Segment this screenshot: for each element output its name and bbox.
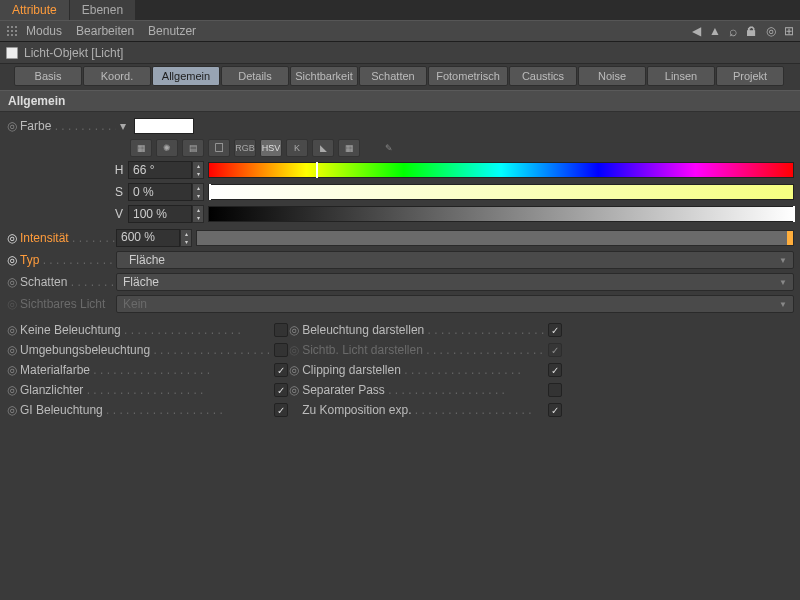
tab-attribute[interactable]: Attribute bbox=[0, 0, 70, 20]
picker-pencil-icon[interactable]: ✎ bbox=[378, 139, 400, 157]
val-input[interactable]: 100 % bbox=[128, 205, 192, 223]
right-checkbox-1: ✓ bbox=[548, 343, 562, 357]
label-type: Typ bbox=[20, 253, 116, 267]
left-checkbox-3[interactable]: ✓ bbox=[274, 383, 288, 397]
anim-dot[interactable]: ◎ bbox=[6, 383, 18, 397]
tab-noise[interactable]: Noise bbox=[578, 66, 646, 86]
left-label-3: Glanzlichter bbox=[20, 383, 270, 397]
tab-basis[interactable]: Basis bbox=[14, 66, 82, 86]
object-header: Licht-Objekt [Licht] bbox=[0, 42, 800, 64]
menu-edit[interactable]: Bearbeiten bbox=[76, 24, 134, 38]
sat-slider[interactable] bbox=[208, 184, 794, 200]
right-checkbox-2[interactable]: ✓ bbox=[548, 363, 562, 377]
tab-caustics[interactable]: Caustics bbox=[509, 66, 577, 86]
left-label-0: Keine Beleuchtung bbox=[20, 323, 270, 337]
picker-eyedrop-icon[interactable]: ◣ bbox=[312, 139, 334, 157]
right-checkbox-3[interactable] bbox=[548, 383, 562, 397]
color-swatch[interactable] bbox=[134, 118, 194, 134]
anim-dot[interactable]: ◎ bbox=[288, 323, 300, 337]
anim-dot[interactable]: ◎ bbox=[6, 323, 18, 337]
anim-dot-shadow[interactable]: ◎ bbox=[6, 275, 18, 289]
tab-schatten[interactable]: Schatten bbox=[359, 66, 427, 86]
label-intensity: Intensität bbox=[20, 231, 116, 245]
hue-input[interactable]: 66 ° bbox=[128, 161, 192, 179]
left-checkbox-1[interactable] bbox=[274, 343, 288, 357]
intensity-input[interactable]: 600 % bbox=[116, 229, 180, 247]
anim-dot-intensity[interactable]: ◎ bbox=[6, 231, 18, 245]
picker-image-icon[interactable]: 🞎 bbox=[208, 139, 230, 157]
tab-allgemein[interactable]: Allgemein bbox=[152, 66, 220, 86]
new-icon[interactable]: ⊞ bbox=[784, 24, 794, 38]
vislight-dropdown: Kein▼ bbox=[116, 295, 794, 313]
picker-kelvin-button[interactable]: K bbox=[286, 139, 308, 157]
intensity-slider[interactable] bbox=[196, 230, 794, 246]
gear-icon[interactable]: ◎ bbox=[766, 24, 776, 38]
type-dropdown[interactable]: Fläche▼ bbox=[116, 251, 794, 269]
tab-fotometrisch[interactable]: Fotometrisch bbox=[428, 66, 508, 86]
val-spinner[interactable]: ▴▾ bbox=[192, 205, 204, 223]
right-label-1: Sichtb. Licht darstellen bbox=[302, 343, 544, 357]
right-label-4: Zu Komposition exp. bbox=[302, 403, 544, 417]
picker-rgb-button[interactable]: RGB bbox=[234, 139, 256, 157]
color-mode-row: ▦ ✺ ▤ 🞎 RGB HSV K ◣ ▦ ✎ bbox=[130, 138, 794, 158]
val-label: V bbox=[110, 207, 128, 221]
left-checkbox-0[interactable] bbox=[274, 323, 288, 337]
tab-linsen[interactable]: Linsen bbox=[647, 66, 715, 86]
shadow-dropdown[interactable]: Fläche▼ bbox=[116, 273, 794, 291]
picker-hsv-button[interactable]: HSV bbox=[260, 139, 282, 157]
right-checkbox-0[interactable]: ✓ bbox=[548, 323, 562, 337]
anim-dot-farbe[interactable]: ◎ bbox=[6, 119, 18, 133]
right-label-3: Separater Pass bbox=[302, 383, 544, 397]
anim-dot-vislight: ◎ bbox=[6, 297, 18, 311]
sat-label: S bbox=[110, 185, 128, 199]
tab-details[interactable]: Details bbox=[221, 66, 289, 86]
window-tabs: Attribute Ebenen bbox=[0, 0, 800, 20]
attribute-tabs: Basis Koord. Allgemein Details Sichtbark… bbox=[0, 64, 800, 88]
group-title: Allgemein bbox=[0, 90, 800, 112]
right-label-2: Clipping darstellen bbox=[302, 363, 544, 377]
left-checkbox-4[interactable]: ✓ bbox=[274, 403, 288, 417]
grid-icon[interactable] bbox=[6, 25, 18, 37]
menu-user[interactable]: Benutzer bbox=[148, 24, 196, 38]
label-shadow: Schatten bbox=[20, 275, 116, 289]
picker-grid-icon[interactable]: ▦ bbox=[130, 139, 152, 157]
anim-dot[interactable]: ◎ bbox=[6, 403, 18, 417]
anim-dot[interactable]: ◎ bbox=[288, 363, 300, 377]
label-vislight: Sichtbares Licht bbox=[20, 297, 116, 311]
anim-dot-type[interactable]: ◎ bbox=[6, 253, 18, 267]
val-slider[interactable] bbox=[208, 206, 794, 222]
intensity-spinner[interactable]: ▴▾ bbox=[180, 229, 192, 247]
tab-ebenen[interactable]: Ebenen bbox=[70, 0, 136, 20]
hue-label: H bbox=[110, 163, 128, 177]
sat-input[interactable]: 0 % bbox=[128, 183, 192, 201]
menu-bar: Modus Bearbeiten Benutzer ◀ ▲ ⌕ 🔒︎ ◎ ⊞ bbox=[0, 20, 800, 42]
menu-mode[interactable]: Modus bbox=[26, 24, 62, 38]
left-label-4: GI Beleuchtung bbox=[20, 403, 270, 417]
sat-spinner[interactable]: ▴▾ bbox=[192, 183, 204, 201]
light-icon bbox=[6, 47, 18, 59]
left-label-2: Materialfarbe bbox=[20, 363, 270, 377]
left-checkbox-2[interactable]: ✓ bbox=[274, 363, 288, 377]
picker-spectrum-icon[interactable]: ▤ bbox=[182, 139, 204, 157]
label-farbe: Farbe bbox=[20, 119, 116, 133]
lock-icon[interactable]: 🔒︎ bbox=[745, 24, 758, 39]
hue-spinner[interactable]: ▴▾ bbox=[192, 161, 204, 179]
tab-sichtbarkeit[interactable]: Sichtbarkeit bbox=[290, 66, 358, 86]
back-icon[interactable]: ◀ bbox=[692, 24, 701, 38]
tab-koord[interactable]: Koord. bbox=[83, 66, 151, 86]
hue-slider[interactable] bbox=[208, 162, 794, 178]
search-icon[interactable]: ⌕ bbox=[729, 23, 737, 39]
anim-dot[interactable]: ◎ bbox=[288, 383, 300, 397]
up-icon[interactable]: ▲ bbox=[709, 24, 721, 38]
anim-dot: ◎ bbox=[288, 343, 300, 357]
tab-projekt[interactable]: Projekt bbox=[716, 66, 784, 86]
right-label-0: Beleuchtung darstellen bbox=[302, 323, 544, 337]
picker-wheel-icon[interactable]: ✺ bbox=[156, 139, 178, 157]
object-name: Licht-Objekt [Licht] bbox=[24, 46, 123, 60]
anim-dot[interactable]: ◎ bbox=[6, 343, 18, 357]
left-label-1: Umgebungsbeleuchtung bbox=[20, 343, 270, 357]
chevron-down-icon[interactable]: ▾ bbox=[120, 119, 130, 133]
anim-dot[interactable]: ◎ bbox=[6, 363, 18, 377]
picker-swatches-icon[interactable]: ▦ bbox=[338, 139, 360, 157]
right-checkbox-4[interactable]: ✓ bbox=[548, 403, 562, 417]
